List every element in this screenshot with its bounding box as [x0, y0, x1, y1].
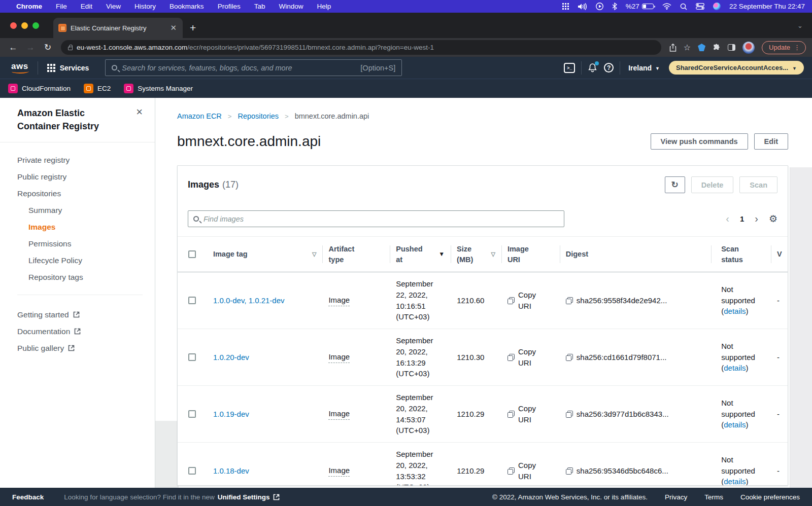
sort-icon[interactable]: ▼ — [438, 250, 445, 259]
aws-logo[interactable]: aws — [8, 61, 31, 75]
zoom-window-button[interactable] — [32, 22, 39, 29]
favorite-cloudformation[interactable]: CloudFormation — [8, 84, 71, 93]
image-tag-link[interactable]: 1.0.20-dev — [213, 352, 249, 363]
share-icon[interactable] — [669, 44, 676, 52]
side-panel-icon[interactable] — [728, 44, 735, 51]
sidebar-link-documentation[interactable]: Documentation — [0, 323, 155, 340]
copy-icon[interactable] — [507, 354, 515, 361]
sidebar-item-private-registry[interactable]: Private registry — [0, 152, 155, 168]
siri-icon[interactable] — [713, 3, 721, 10]
spotlight-search-icon[interactable] — [680, 3, 687, 10]
help-icon[interactable]: ? — [604, 63, 614, 73]
cloudshell-icon[interactable]: >_ — [564, 63, 575, 73]
sidebar-item-images[interactable]: Images — [0, 219, 155, 235]
delete-button[interactable]: Delete — [691, 176, 734, 193]
reload-button[interactable]: ↻ — [41, 42, 55, 53]
chrome-menu-icon[interactable]: ⋮ — [794, 44, 800, 51]
menu-chrome[interactable]: Chrome — [16, 3, 42, 10]
next-page-icon[interactable]: › — [755, 213, 758, 225]
column-header-digest[interactable]: Digest — [560, 237, 711, 272]
column-header-image-tag[interactable]: Image tag▽ — [207, 237, 323, 272]
column-header-scan-status[interactable]: Scan status — [711, 237, 771, 272]
unified-settings-link[interactable]: Unified Settings — [218, 493, 280, 501]
sidebar-link-public-gallery[interactable]: Public gallery — [0, 340, 155, 356]
column-header-image-uri[interactable]: Image URI — [501, 237, 560, 272]
region-selector[interactable]: Ireland ▼ — [626, 64, 662, 72]
copy-icon[interactable] — [507, 411, 515, 418]
lock-icon[interactable] — [68, 47, 73, 50]
back-button[interactable]: ← — [6, 43, 20, 53]
image-tag-link[interactable]: 1.0.18-dev — [213, 465, 249, 477]
address-bar[interactable]: eu-west-1.console.aws.amazon.com/ecr/rep… — [61, 40, 661, 55]
minimize-window-button[interactable] — [21, 22, 28, 29]
previous-page-icon[interactable]: ‹ — [726, 213, 729, 225]
menu-edit[interactable]: Edit — [81, 3, 92, 10]
favorite-systems-manager[interactable]: Systems Manager — [124, 84, 193, 93]
sidebar-item-repositories[interactable]: Repositories — [0, 185, 155, 202]
copy-icon[interactable] — [566, 467, 573, 475]
sort-icon[interactable]: ▽ — [312, 250, 316, 258]
menu-tab[interactable]: Tab — [254, 3, 265, 10]
edit-button[interactable]: Edit — [754, 133, 788, 150]
row-checkbox[interactable] — [188, 353, 196, 361]
menu-view[interactable]: View — [106, 3, 121, 10]
breadcrumb-item[interactable]: Repositories — [238, 112, 279, 120]
menu-help[interactable]: Help — [317, 3, 331, 10]
menu-profiles[interactable]: Profiles — [218, 3, 241, 10]
copy-uri-button[interactable]: Copy URI — [518, 403, 542, 425]
copy-uri-button[interactable]: Copy URI — [518, 346, 542, 369]
scan-details-link[interactable]: details — [724, 477, 746, 486]
play-icon[interactable] — [596, 3, 603, 10]
account-menu[interactable]: SharedCoreServiceAccountAcces... ▼ — [669, 61, 804, 75]
profile-avatar[interactable] — [742, 42, 755, 54]
bookmark-star-icon[interactable]: ☆ — [684, 43, 691, 52]
battery-indicator[interactable]: %27 — [626, 3, 654, 10]
extensions-puzzle-icon[interactable] — [713, 44, 721, 52]
copy-icon[interactable] — [566, 411, 573, 418]
scan-details-link[interactable]: details — [724, 420, 746, 429]
breadcrumb-item[interactable]: Amazon ECR — [177, 112, 222, 120]
control-center-icon[interactable] — [696, 3, 704, 10]
view-push-commands-button[interactable]: View push commands — [651, 133, 748, 150]
page-number[interactable]: 1 — [740, 214, 744, 223]
aws-search-input[interactable] — [122, 64, 356, 72]
menu-bookmarks[interactable]: Bookmarks — [170, 3, 204, 10]
chrome-update-button[interactable]: Update ⋮ — [762, 41, 806, 54]
image-tag-link[interactable]: 1.0.19-dev — [213, 409, 249, 420]
sort-icon[interactable]: ▽ — [491, 250, 495, 258]
row-checkbox[interactable] — [188, 467, 196, 475]
new-tab-button[interactable]: + — [190, 22, 196, 38]
sidebar-item-lifecycle-policy[interactable]: Lifecycle Policy — [0, 252, 155, 269]
menu-history[interactable]: History — [134, 3, 156, 10]
menubar-clock[interactable]: 22 September Thu 22:47 — [729, 3, 805, 10]
header-checkbox-cell[interactable] — [178, 237, 207, 272]
select-all-checkbox[interactable] — [188, 250, 196, 258]
sidebar-item-public-registry[interactable]: Public registry — [0, 168, 155, 185]
sidebar-item-summary[interactable]: Summary — [0, 202, 155, 219]
row-checkbox[interactable] — [188, 297, 196, 304]
extension-pin-icon[interactable] — [698, 44, 705, 51]
close-window-button[interactable] — [10, 22, 17, 29]
copy-icon[interactable] — [507, 297, 515, 304]
scan-details-link[interactable]: details — [724, 307, 746, 315]
tab-close-icon[interactable]: ✕ — [169, 23, 178, 32]
copy-icon[interactable] — [507, 467, 515, 475]
refresh-button[interactable]: ↻ — [665, 176, 685, 193]
settings-gear-icon[interactable]: ⚙ — [769, 213, 777, 225]
image-tag-link[interactable]: 1.0.0-dev, 1.0.21-dev — [213, 295, 285, 306]
copy-icon[interactable] — [566, 354, 573, 361]
terms-link[interactable]: Terms — [704, 493, 723, 501]
menu-file[interactable]: File — [56, 3, 67, 10]
tab-search-chevron-icon[interactable]: ⌄ — [797, 22, 803, 29]
keypad-icon[interactable] — [562, 3, 569, 10]
privacy-link[interactable]: Privacy — [665, 493, 687, 501]
column-header-v[interactable]: V — [771, 237, 788, 272]
menu-window[interactable]: Window — [279, 3, 303, 10]
services-menu-button[interactable]: Services — [44, 64, 92, 72]
scan-details-link[interactable]: details — [724, 364, 746, 372]
forward-button[interactable]: → — [23, 43, 38, 53]
feedback-button[interactable]: Feedback — [12, 493, 44, 501]
bluetooth-icon[interactable] — [612, 3, 617, 10]
sidebar-item-repository-tags[interactable]: Repository tags — [0, 269, 155, 285]
column-header-pushed-at[interactable]: Pushed at▼ — [390, 237, 451, 272]
